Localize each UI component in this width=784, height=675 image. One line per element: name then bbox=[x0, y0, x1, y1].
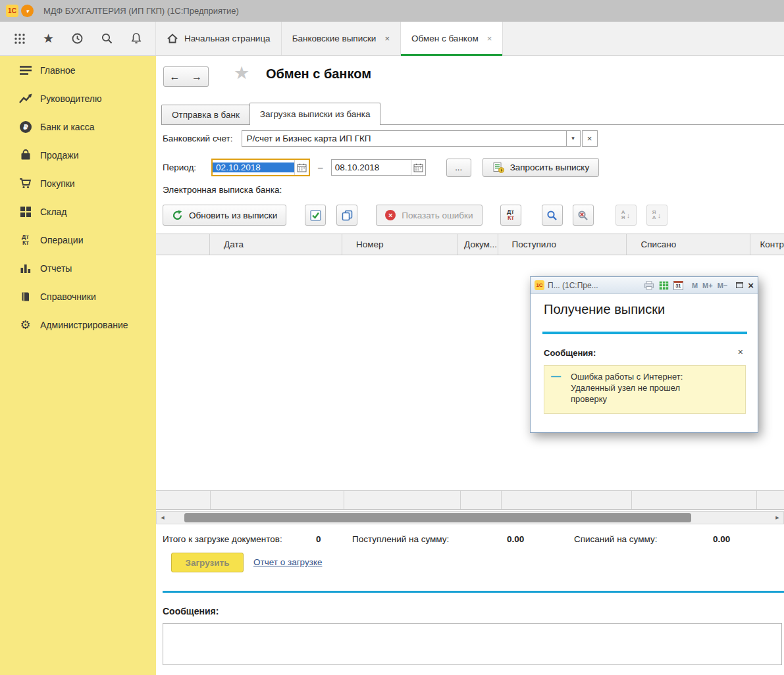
bank-account-dropdown-button[interactable]: ▾ bbox=[567, 130, 581, 147]
load-button[interactable]: Загрузить bbox=[171, 553, 244, 572]
period-from-input[interactable]: 02.10.2018 bbox=[211, 159, 310, 176]
close-icon[interactable]: × bbox=[384, 34, 390, 43]
sort-desc-icon: ЯА bbox=[652, 210, 656, 220]
sidebar-item-reports[interactable]: Отчеты bbox=[0, 254, 156, 282]
column-number[interactable]: Номер bbox=[342, 234, 457, 255]
home-icon bbox=[167, 33, 178, 44]
gear-icon: ⚙ bbox=[18, 319, 33, 331]
cancel-search-button[interactable] bbox=[573, 205, 594, 226]
search-icon bbox=[546, 210, 558, 221]
tab-home[interactable]: Начальная страница bbox=[156, 22, 282, 55]
check-all-button[interactable] bbox=[305, 205, 326, 226]
show-errors-button[interactable]: × Показать ошибки bbox=[376, 205, 482, 226]
calendar-icon[interactable] bbox=[294, 160, 309, 175]
period-row: Период: 02.10.2018 – 08.10.2018 ... Запр… bbox=[163, 158, 599, 177]
memory-plus-button[interactable]: M+ bbox=[702, 282, 713, 289]
copy-button[interactable] bbox=[336, 205, 357, 226]
sidebar-item-operations[interactable]: ДтКт Операции bbox=[0, 226, 156, 254]
forward-button[interactable]: → bbox=[186, 66, 209, 87]
column-document[interactable]: Докум... bbox=[457, 234, 498, 255]
postings-dt-kt-button[interactable]: ДтКт bbox=[500, 205, 521, 226]
table-footer-row bbox=[156, 490, 784, 510]
forward-arrow-icon: → bbox=[192, 71, 202, 83]
column-received[interactable]: Поступило bbox=[498, 234, 627, 255]
column-counterparty[interactable]: Контр bbox=[750, 234, 784, 255]
messages-close-icon[interactable]: × bbox=[738, 347, 743, 357]
scrollbar-track[interactable] bbox=[169, 512, 771, 524]
calendar-icon[interactable] bbox=[411, 160, 425, 175]
favorites-star-icon[interactable]: ★ bbox=[43, 32, 54, 45]
dialog-heading-rule bbox=[542, 332, 747, 334]
statement-toolbar: Обновить из выписки × Показать ошибки Дт… bbox=[163, 205, 667, 226]
memory-button[interactable]: M bbox=[692, 282, 698, 289]
apps-grid-icon[interactable] bbox=[14, 33, 26, 45]
search-clear-icon bbox=[577, 210, 588, 221]
dialog-heading: Получение выписки bbox=[544, 302, 665, 317]
scroll-left-icon[interactable]: ◀ bbox=[157, 512, 169, 524]
maximize-icon[interactable] bbox=[736, 282, 743, 288]
sidebar-item-sales[interactable]: Продажи bbox=[0, 141, 156, 169]
tab-bank-exchange[interactable]: Обмен с банком × bbox=[401, 22, 503, 55]
refresh-icon bbox=[172, 210, 183, 221]
chart-up-icon bbox=[18, 93, 33, 105]
print-icon[interactable] bbox=[644, 281, 654, 290]
tab-send-to-bank[interactable]: Отправка в банк bbox=[161, 105, 250, 124]
memory-minus-button[interactable]: M− bbox=[718, 282, 728, 289]
total-out-value: 0.00 bbox=[713, 534, 730, 544]
bank-account-row: Банковский счет: Р/счет и Бизнес карта И… bbox=[163, 130, 598, 147]
tab-load-statement[interactable]: Загрузка выписки из банка bbox=[249, 103, 381, 125]
sidebar-item-administration[interactable]: ⚙ Администрирование bbox=[0, 311, 156, 339]
bank-account-clear-button[interactable]: × bbox=[582, 130, 598, 147]
total-docs-value: 0 bbox=[316, 534, 321, 544]
request-statement-button[interactable]: Запросить выписку bbox=[483, 158, 600, 177]
refresh-from-statement-button[interactable]: Обновить из выписки bbox=[163, 205, 286, 226]
load-report-link[interactable]: Отчет о загрузке bbox=[253, 557, 322, 567]
sidebar-item-main[interactable]: Главное bbox=[0, 56, 156, 84]
dt-kt-icon: ДтКт bbox=[18, 234, 33, 246]
back-arrow-icon: ← bbox=[170, 71, 180, 83]
copy-icon bbox=[342, 210, 353, 221]
period-dash: – bbox=[318, 162, 323, 172]
quick-actions: ★ bbox=[0, 22, 156, 55]
notifications-bell-icon[interactable] bbox=[130, 32, 142, 45]
favorite-star-icon[interactable]: ★ bbox=[234, 64, 249, 82]
column-written-off[interactable]: Списано bbox=[627, 234, 750, 255]
dialog-messages-label: Сообщения: bbox=[544, 348, 596, 358]
sort-asc-button[interactable]: АЯ↓ bbox=[615, 205, 637, 226]
sort-desc-button[interactable]: ЯА↓ bbox=[646, 205, 667, 226]
period-to-input[interactable]: 08.10.2018 bbox=[331, 159, 426, 176]
sidebar-item-warehouse[interactable]: Склад bbox=[0, 197, 156, 226]
sidebar-item-manager[interactable]: Руководителю bbox=[0, 84, 156, 113]
tab-label: Банковские выписки bbox=[292, 34, 377, 43]
sidebar-item-directories[interactable]: Справочники bbox=[0, 282, 156, 311]
dialog-title: П... (1С:Пре... bbox=[548, 281, 598, 290]
messages-label: Сообщения: bbox=[163, 606, 219, 616]
close-icon[interactable]: × bbox=[748, 280, 754, 290]
table-header: Дата Номер Докум... Поступило Списано Ко… bbox=[156, 234, 784, 255]
calendar-icon[interactable]: 31 bbox=[673, 281, 683, 290]
app-tabbar: ★ Начальная страница Банковские выписки … bbox=[0, 22, 784, 56]
close-icon[interactable]: × bbox=[487, 34, 492, 43]
bank-account-input[interactable]: Р/счет и Бизнес карта ИП ГКП bbox=[242, 130, 567, 147]
scrollbar-thumb[interactable] bbox=[184, 513, 691, 522]
messages-panel bbox=[163, 623, 782, 665]
find-button[interactable] bbox=[542, 205, 563, 226]
tab-bank-statements[interactable]: Банковские выписки × bbox=[282, 22, 401, 55]
dialog-title-icons: 31 M M+ M− × bbox=[644, 280, 754, 290]
period-more-button[interactable]: ... bbox=[446, 159, 471, 177]
scroll-right-icon[interactable]: ▶ bbox=[771, 512, 783, 524]
search-icon[interactable] bbox=[101, 32, 113, 45]
back-button[interactable]: ← bbox=[163, 66, 186, 87]
sidebar-item-purchases[interactable]: Покупки bbox=[0, 169, 156, 197]
column-date[interactable]: Дата bbox=[210, 234, 342, 255]
sidebar-item-bank-cash[interactable]: ₽ Банк и касса bbox=[0, 113, 156, 141]
bar-chart-icon bbox=[18, 262, 33, 274]
history-icon[interactable] bbox=[71, 32, 84, 45]
horizontal-scrollbar[interactable]: ◀ ▶ bbox=[156, 511, 784, 524]
column-selector[interactable] bbox=[156, 234, 210, 255]
main-menu-button[interactable]: ▾ bbox=[21, 5, 34, 17]
table-icon[interactable] bbox=[659, 281, 669, 290]
statement-receive-dialog: 1С П... (1С:Пре... 31 M M+ M− × Получени… bbox=[530, 276, 758, 433]
dialog-message-item: — Ошибка работы с Интернет: Удаленный уз… bbox=[544, 365, 746, 414]
ruble-icon: ₽ bbox=[18, 120, 33, 134]
